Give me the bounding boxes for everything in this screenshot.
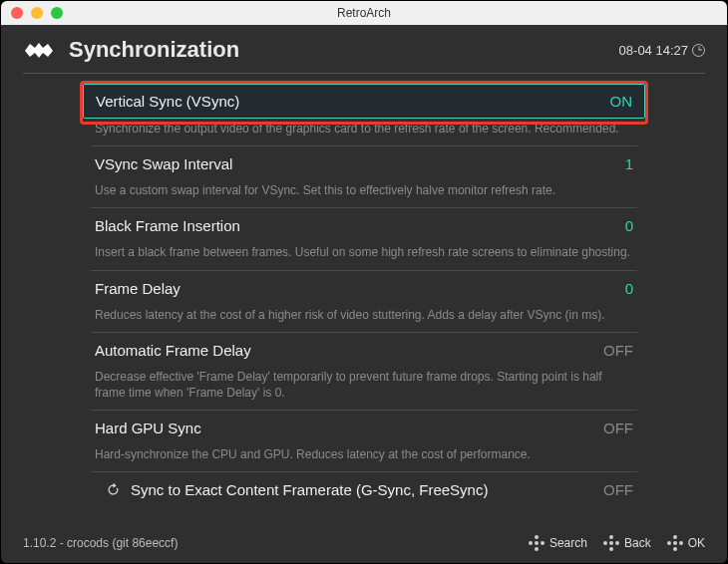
setting-label: Sync to Exact Content Framerate (G-Sync,… (131, 481, 603, 498)
setting-value: OFF (603, 342, 633, 359)
mac-titlebar: RetroArch (1, 1, 727, 25)
footer-button-label: OK (688, 536, 705, 550)
setting-label: Automatic Frame Delay (95, 342, 603, 359)
gamepad-icon (667, 535, 683, 551)
setting-label: Black Frame Insertion (95, 217, 625, 234)
setting-value: 1 (625, 155, 633, 172)
window-close-button[interactable] (11, 7, 23, 19)
setting-label: Frame Delay (95, 280, 625, 297)
retroarch-logo-icon (23, 40, 55, 60)
setting-description: Reduces latency at the cost of a higher … (91, 305, 637, 332)
setting-row[interactable]: Black Frame Insertion0Insert a black fra… (91, 208, 637, 270)
setting-description: Synchronize the output video of the grap… (91, 119, 637, 145)
setting-description: Use a custom swap interval for VSync. Se… (91, 180, 637, 207)
clock-text: 08-04 14:27 (619, 43, 688, 58)
setting-value: 0 (625, 217, 633, 234)
version-text: 1.10.2 - crocods (git 86eeccf) (23, 536, 178, 550)
footer-button-label: Back (624, 536, 651, 550)
clock: 08-04 14:27 (619, 43, 705, 58)
clock-icon (692, 44, 705, 57)
setting-row-button[interactable]: Frame Delay0 (91, 271, 637, 305)
setting-label: Vertical Sync (VSync) (96, 93, 610, 110)
setting-row[interactable]: VSync Swap Interval1Use a custom swap in… (91, 146, 637, 208)
setting-row-button[interactable]: Automatic Frame DelayOFF (91, 333, 637, 367)
setting-description: Decrease effective 'Frame Delay' tempora… (91, 367, 637, 410)
setting-row[interactable]: Frame Delay0Reduces latency at the cost … (91, 271, 637, 333)
setting-row[interactable]: Vertical Sync (VSync)ONSynchronize the o… (91, 84, 637, 146)
setting-value: 0 (625, 280, 633, 297)
setting-value: ON (610, 93, 633, 110)
setting-row-button[interactable]: Black Frame Insertion0 (91, 208, 637, 242)
page-title: Synchronization (69, 37, 619, 63)
setting-row-button[interactable]: Hard GPU SyncOFF (91, 411, 637, 444)
setting-row[interactable]: Hard GPU SyncOFFHard-synchronize the CPU… (91, 411, 637, 472)
setting-label: VSync Swap Interval (95, 155, 625, 172)
footer-button-back[interactable]: Back (603, 535, 651, 551)
setting-row[interactable]: Sync to Exact Content Framerate (G-Sync,… (91, 472, 637, 506)
footer-button-search[interactable]: Search (529, 535, 587, 551)
refresh-icon (105, 482, 121, 498)
gamepad-icon (603, 535, 619, 551)
window-minimize-button[interactable] (31, 7, 43, 19)
window-zoom-button[interactable] (51, 7, 63, 19)
setting-row-button[interactable]: Vertical Sync (VSync)ON (83, 84, 645, 119)
footer-button-label: Search (549, 536, 587, 550)
setting-value: OFF (603, 420, 633, 436)
setting-row-button[interactable]: Sync to Exact Content Framerate (G-Sync,… (91, 472, 637, 506)
settings-list: Vertical Sync (VSync)ONSynchronize the o… (1, 74, 727, 525)
setting-row[interactable]: Automatic Frame DelayOFFDecrease effecti… (91, 333, 637, 411)
gamepad-icon (529, 535, 545, 551)
window-title: RetroArch (1, 6, 727, 20)
setting-row-button[interactable]: VSync Swap Interval1 (91, 146, 637, 180)
setting-description: Insert a black frame between frames. Use… (91, 242, 637, 269)
footer-button-ok[interactable]: OK (667, 535, 705, 551)
setting-value: OFF (603, 481, 633, 498)
setting-description: Hard-synchronize the CPU and GPU. Reduce… (91, 444, 637, 471)
setting-label: Hard GPU Sync (95, 420, 603, 436)
